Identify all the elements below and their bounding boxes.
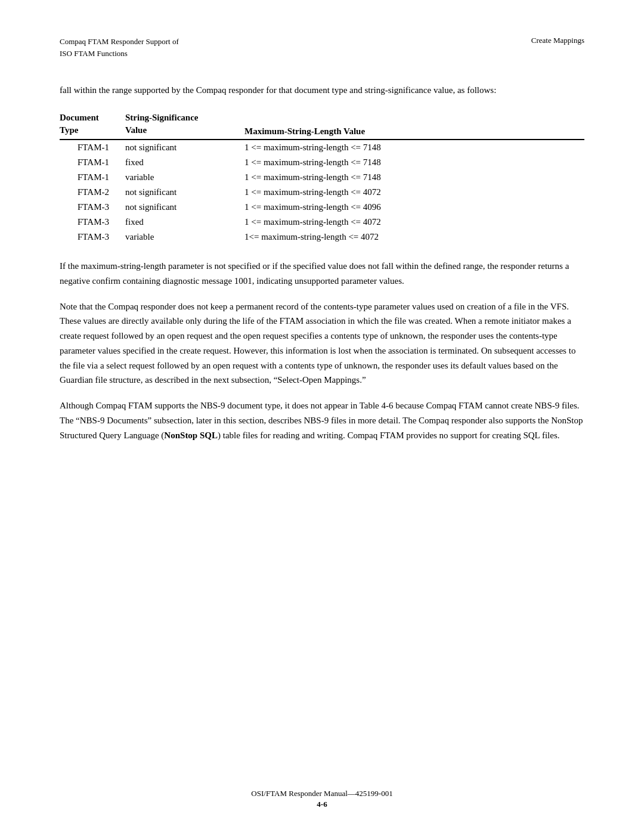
cell-doc-type: FTAM-1: [60, 140, 125, 155]
cell-string-sig: fixed: [125, 155, 244, 170]
cell-string-sig: fixed: [125, 215, 244, 230]
table-row: FTAM-1not significant1 <= maximum-string…: [60, 140, 584, 155]
cell-max-string-len: 1 <= maximum-string-length <= 4096: [244, 200, 584, 215]
cell-max-string-len: 1<= maximum-string-length <= 4072: [244, 230, 584, 244]
col-header-2: String-Significance Value: [125, 109, 244, 140]
paragraph-3: Although Compaq FTAM supports the NBS-9 …: [60, 398, 584, 442]
table-row: FTAM-3not significant1 <= maximum-string…: [60, 200, 584, 215]
header-left-line2: ISO FTAM Functions: [60, 48, 179, 60]
paragraph-1: If the maximum-string-length parameter i…: [60, 259, 584, 289]
page-header: Compaq FTAM Responder Support of ISO FTA…: [60, 36, 584, 59]
paragraph-3-after: ) table files for reading and writing. C…: [218, 431, 560, 440]
header-right: Create Mappings: [531, 36, 584, 45]
table-row: FTAM-1variable1 <= maximum-string-length…: [60, 170, 584, 185]
paragraph-3-bold: NonStop SQL: [164, 431, 218, 440]
cell-max-string-len: 1 <= maximum-string-length <= 4072: [244, 215, 584, 230]
col-header-3: Maximum-String-Length Value: [244, 109, 584, 140]
table-row: FTAM-3variable1<= maximum-string-length …: [60, 230, 584, 244]
cell-max-string-len: 1 <= maximum-string-length <= 7148: [244, 140, 584, 155]
cell-doc-type: FTAM-3: [60, 200, 125, 215]
intro-paragraph: fall within the range supported by the C…: [60, 83, 584, 97]
cell-max-string-len: 1 <= maximum-string-length <= 7148: [244, 155, 584, 170]
table-container: Document Type String-Significance Value …: [60, 109, 584, 244]
col-header-1: Document Type: [60, 109, 125, 140]
cell-max-string-len: 1 <= maximum-string-length <= 4072: [244, 185, 584, 200]
table-row: FTAM-2not significant1 <= maximum-string…: [60, 185, 584, 200]
page: Compaq FTAM Responder Support of ISO FTA…: [0, 0, 644, 833]
header-left: Compaq FTAM Responder Support of ISO FTA…: [60, 36, 179, 59]
cell-string-sig: not significant: [125, 185, 244, 200]
footer-manual: OSI/FTAM Responder Manual—425199-001: [0, 789, 644, 798]
cell-string-sig: variable: [125, 230, 244, 244]
cell-string-sig: variable: [125, 170, 244, 185]
cell-string-sig: not significant: [125, 200, 244, 215]
cell-doc-type: FTAM-1: [60, 170, 125, 185]
cell-doc-type: FTAM-3: [60, 215, 125, 230]
cell-string-sig: not significant: [125, 140, 244, 155]
table-row: FTAM-1fixed1 <= maximum-string-length <=…: [60, 155, 584, 170]
header-left-line1: Compaq FTAM Responder Support of: [60, 36, 179, 48]
footer-page: 4-6: [0, 800, 644, 809]
page-footer: OSI/FTAM Responder Manual—425199-001 4-6: [0, 789, 644, 809]
cell-doc-type: FTAM-2: [60, 185, 125, 200]
cell-doc-type: FTAM-1: [60, 155, 125, 170]
cell-max-string-len: 1 <= maximum-string-length <= 7148: [244, 170, 584, 185]
data-table: Document Type String-Significance Value …: [60, 109, 584, 244]
table-row: FTAM-3fixed1 <= maximum-string-length <=…: [60, 215, 584, 230]
paragraph-2: Note that the Compaq responder does not …: [60, 299, 584, 388]
cell-doc-type: FTAM-3: [60, 230, 125, 244]
